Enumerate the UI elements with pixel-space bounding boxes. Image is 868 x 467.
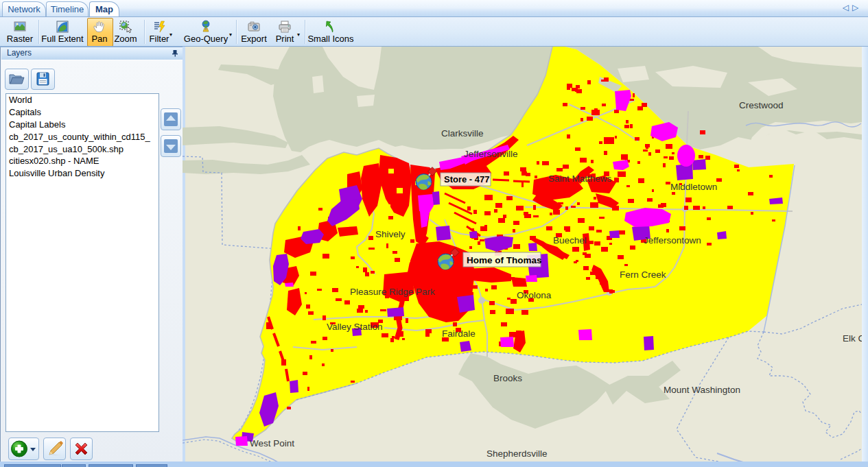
svg-text:Clarksville: Clarksville (441, 128, 484, 139)
svg-text:Valley Station: Valley Station (327, 322, 383, 332)
svg-text:Home of Thomas: Home of Thomas (467, 255, 542, 265)
svg-text:Fairdale: Fairdale (442, 328, 476, 339)
svg-text:Saint Matthews: Saint Matthews (548, 173, 612, 184)
svg-text:Brooks: Brooks (493, 373, 522, 383)
svg-text:West Point: West Point (250, 438, 294, 448)
svg-text:Middletown: Middletown (670, 182, 717, 192)
svg-text:Okolona: Okolona (517, 290, 552, 300)
svg-text:Buechel: Buechel (553, 235, 587, 246)
svg-text:Jeffersontown: Jeffersontown (644, 235, 701, 246)
svg-text:Shepherdsville: Shepherdsville (486, 448, 548, 459)
svg-text:Store - 477: Store - 477 (444, 174, 489, 184)
svg-text:Shively: Shively (375, 229, 406, 239)
svg-text:Elk C: Elk C (843, 333, 862, 344)
svg-text:Mount Washington: Mount Washington (664, 385, 740, 395)
svg-text:Pleasure Ridge Park: Pleasure Ridge Park (350, 287, 435, 297)
svg-text:Jeffersonville: Jeffersonville (464, 149, 518, 159)
svg-text:Crestwood: Crestwood (739, 100, 784, 110)
svg-text:Fern Creek: Fern Creek (620, 270, 666, 280)
